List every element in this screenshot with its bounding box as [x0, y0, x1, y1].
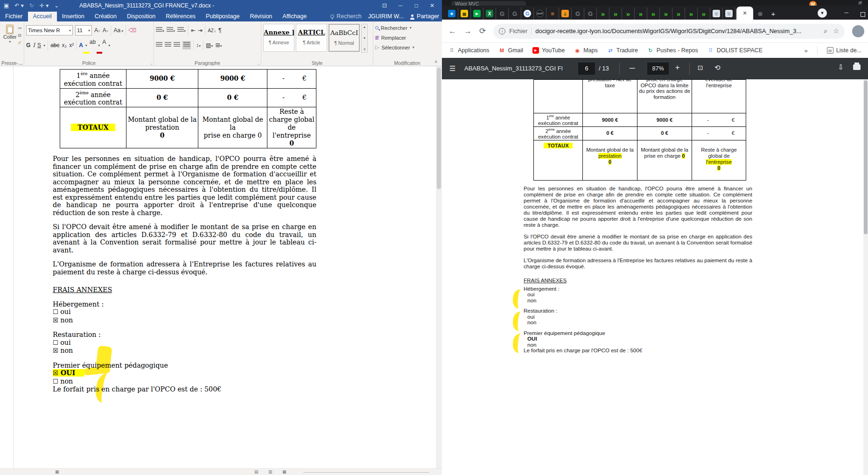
redo-icon[interactable]: ↻: [29, 2, 34, 9]
tab-doc-icon[interactable]: [723, 7, 735, 20]
chrome-profile-avatar[interactable]: [852, 25, 864, 37]
tab-g-dim-icon[interactable]: [572, 7, 584, 20]
tell-me-search[interactable]: Recherch: [330, 13, 362, 20]
tab-wigor-icon[interactable]: [685, 7, 698, 20]
tab-g-dim-icon[interactable]: [509, 7, 521, 20]
align-center-icon[interactable]: [165, 42, 171, 49]
gallery-more-icon[interactable]: ⊽: [362, 48, 367, 51]
tab-excel-icon[interactable]: [483, 7, 496, 20]
tab-revision[interactable]: Révision: [245, 12, 277, 21]
borders-icon[interactable]: ⊞▾: [215, 42, 222, 49]
tab-wigor-icon[interactable]: [672, 7, 685, 20]
text-effects-button[interactable]: A: [79, 42, 83, 49]
shading-icon[interactable]: ▨▾: [206, 42, 213, 49]
bookmark-gmail[interactable]: MGmail: [498, 47, 523, 54]
active-tab[interactable]: ✕: [736, 7, 753, 20]
scrollbar-thumb[interactable]: [437, 68, 441, 189]
pdf-scrollbar-thumb[interactable]: [864, 80, 868, 234]
tab-references[interactable]: Références: [161, 12, 201, 21]
style-article[interactable]: ARTICL ¶ Article: [296, 24, 327, 52]
account-name[interactable]: JGUIRIM W...: [368, 13, 404, 20]
bookmarks-overflow-chevron[interactable]: »: [805, 47, 808, 54]
font-size-combo[interactable]: 11▾: [75, 25, 92, 35]
gallery-up-icon[interactable]: ▲: [362, 25, 367, 28]
align-left-icon[interactable]: [156, 42, 162, 49]
macro-record-icon[interactable]: ▦: [55, 469, 59, 474]
touch-mode-icon[interactable]: ✛ ▾: [40, 2, 49, 9]
multilevel-list-icon[interactable]: ▾: [177, 27, 186, 34]
bookmark-youtube[interactable]: ▶YouTube: [532, 47, 565, 54]
tab-wigor-icon[interactable]: [647, 7, 660, 20]
format-painter-icon[interactable]: ✐: [18, 40, 22, 45]
word-document[interactable]: 1ère année exécution contrat 9000 € 9000…: [0, 66, 436, 468]
print-layout-icon[interactable]: ▥: [268, 469, 273, 474]
underline-button[interactable]: S: [37, 42, 41, 49]
zoom-icon[interactable]: ⌕: [824, 27, 828, 35]
save-icon[interactable]: ▣: [4, 2, 9, 9]
find-button[interactable]: Rechercher▾: [375, 23, 439, 33]
tab-wigor-icon[interactable]: [635, 7, 647, 20]
tab-globe-icon[interactable]: ⊛: [753, 7, 767, 20]
tab-bbxp-icon[interactable]: [534, 7, 546, 20]
collapse-ribbon-icon[interactable]: ˄: [434, 59, 437, 64]
italic-button[interactable]: I: [33, 42, 35, 49]
zoom-slider[interactable]: [303, 472, 429, 473]
tab-google-icon[interactable]: [521, 7, 534, 20]
chrome-maximize-icon[interactable]: [861, 12, 865, 17]
pdf-print-icon[interactable]: [853, 64, 861, 70]
strikethrough-button[interactable]: abc: [50, 42, 59, 49]
tab-accueil[interactable]: Accueil: [28, 12, 57, 21]
pdf-zoom-out-icon[interactable]: ─: [630, 64, 635, 72]
align-right-icon[interactable]: [174, 42, 180, 49]
bookmark-maps[interactable]: ◉Maps: [574, 47, 598, 54]
superscript-button[interactable]: x²: [69, 42, 74, 49]
font-color-button[interactable]: A: [102, 39, 106, 52]
tab-doc-icon[interactable]: [710, 7, 723, 20]
tab-fichier[interactable]: Fichier: [0, 12, 28, 21]
tab-publipostage[interactable]: Publipostage: [201, 12, 245, 21]
forward-icon[interactable]: →: [464, 27, 472, 36]
bookmark-dolist[interactable]: ⠿DOLIST ESPACE: [707, 47, 763, 54]
sort-icon[interactable]: AZ↓: [208, 28, 216, 33]
tab-disposition[interactable]: Disposition: [122, 12, 161, 21]
url-text[interactable]: docigor-recette.igor-lyon.loc/DocumentsW…: [535, 28, 820, 35]
subscript-button[interactable]: x₂: [62, 42, 67, 49]
bullet-list-icon[interactable]: ▾: [156, 27, 164, 34]
increase-indent-icon[interactable]: ⇥: [198, 27, 203, 34]
tab-g-dim-icon[interactable]: [496, 7, 509, 20]
bookmark-star-icon[interactable]: ☆: [833, 27, 839, 35]
tab-azure-devops-icon[interactable]: [446, 7, 458, 20]
back-icon[interactable]: ←: [448, 27, 456, 36]
pdf-zoom-in-icon[interactable]: +: [675, 63, 679, 72]
undo-icon[interactable]: ↶ ▾: [14, 2, 23, 9]
style-annexe[interactable]: Annexe ] ¶ Annexe: [263, 24, 294, 52]
word-vertical-scrollbar[interactable]: [436, 66, 442, 468]
tab-g-dim-icon[interactable]: [584, 7, 597, 20]
show-formatting-marks-icon[interactable]: ¶: [218, 27, 221, 34]
minimize-icon[interactable]: ─: [392, 2, 408, 9]
styles-gallery-scrollbar[interactable]: ▲ ▼ ⊽: [361, 24, 368, 53]
decrease-indent-icon[interactable]: ⇤: [191, 27, 196, 34]
grow-font-button[interactable]: A˄: [94, 27, 100, 34]
page-info-icon[interactable]: i: [499, 28, 505, 35]
share-button[interactable]: Partager: [410, 13, 439, 20]
pdf-fit-page-icon[interactable]: ⊡: [698, 64, 703, 71]
tab-wigor-icon[interactable]: [609, 7, 622, 20]
pdf-page[interactable]: prestation - Net de taxe prise en charge…: [442, 79, 868, 475]
font-dialog-launcher[interactable]: ⌟: [150, 61, 152, 65]
pdf-menu-icon[interactable]: ☰: [449, 64, 455, 73]
font-name-combo[interactable]: Times New R▾: [26, 25, 73, 35]
other-bookmarks-folder[interactable]: ▤Liste de...: [827, 47, 861, 54]
tab-wigor-icon[interactable]: [660, 7, 672, 20]
new-tab-button[interactable]: +: [767, 7, 779, 20]
style-normal[interactable]: AaBbCcI ¶ Normal: [329, 24, 360, 52]
tab-wigor-icon[interactable]: [622, 7, 635, 20]
clear-formatting-icon[interactable]: ⌫: [128, 27, 136, 34]
chrome-minimize-icon[interactable]: ─: [844, 9, 848, 16]
highlight-color-button[interactable]: ab: [90, 39, 96, 52]
tab-affichage[interactable]: Affichage: [277, 12, 312, 21]
ribbon-display-options-icon[interactable]: ⊡: [377, 2, 392, 9]
tab-powerbi-icon[interactable]: [458, 7, 471, 20]
paragraph-dialog-launcher[interactable]: ⌟: [258, 61, 259, 65]
tab-search-icon[interactable]: ▼: [818, 8, 827, 18]
